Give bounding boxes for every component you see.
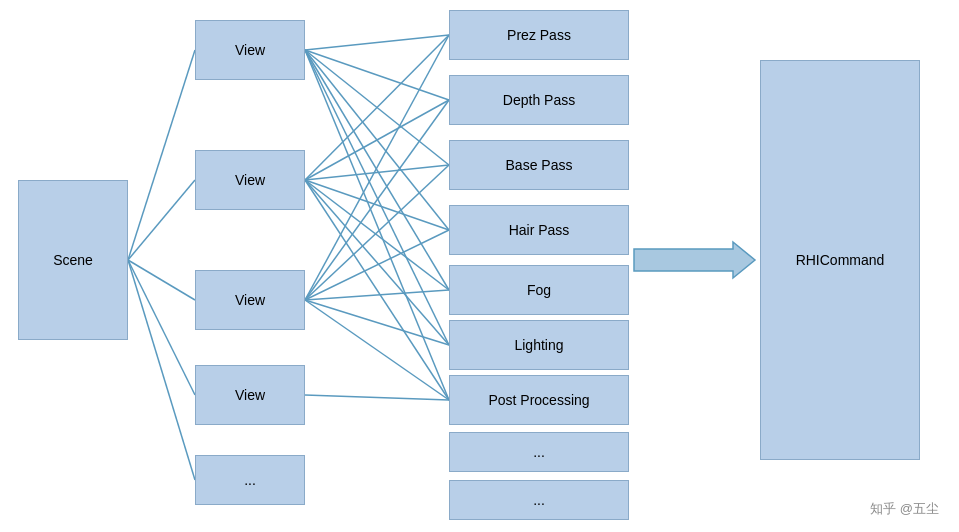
svg-line-12 — [305, 35, 449, 180]
svg-line-26 — [305, 395, 449, 400]
svg-line-11 — [305, 50, 449, 400]
svg-line-19 — [305, 35, 449, 300]
svg-line-4 — [128, 260, 195, 480]
svg-line-3 — [128, 260, 195, 395]
svg-line-10 — [305, 50, 449, 345]
svg-marker-27 — [634, 242, 755, 278]
svg-line-0 — [128, 50, 195, 260]
view-box-4: ... — [195, 455, 305, 505]
diagram: SceneViewViewViewView...Prez PassDepth P… — [0, 0, 959, 532]
svg-line-9 — [305, 50, 449, 290]
svg-line-1 — [128, 180, 195, 260]
svg-line-16 — [305, 180, 449, 290]
pass-box-4: Fog — [449, 265, 629, 315]
svg-line-2 — [128, 260, 195, 300]
svg-line-18 — [305, 180, 449, 400]
svg-line-21 — [305, 165, 449, 300]
pass-box-0: Prez Pass — [449, 10, 629, 60]
pass-box-7: ... — [449, 432, 629, 472]
svg-line-15 — [305, 180, 449, 230]
view-box-3: View — [195, 365, 305, 425]
scene-box: Scene — [18, 180, 128, 340]
svg-line-17 — [305, 180, 449, 345]
pass-box-2: Base Pass — [449, 140, 629, 190]
svg-line-25 — [305, 300, 449, 400]
svg-line-7 — [305, 50, 449, 165]
svg-line-24 — [305, 300, 449, 345]
svg-line-8 — [305, 50, 449, 230]
svg-line-5 — [305, 35, 449, 50]
view-box-0: View — [195, 20, 305, 80]
rhi-box: RHICommand — [760, 60, 920, 460]
pass-box-8: ... — [449, 480, 629, 520]
pass-box-6: Post Processing — [449, 375, 629, 425]
pass-box-5: Lighting — [449, 320, 629, 370]
pass-box-1: Depth Pass — [449, 75, 629, 125]
view-box-2: View — [195, 270, 305, 330]
pass-box-3: Hair Pass — [449, 205, 629, 255]
svg-line-20 — [305, 100, 449, 300]
watermark: 知乎 @五尘 — [870, 500, 939, 518]
view-box-1: View — [195, 150, 305, 210]
svg-line-22 — [305, 230, 449, 300]
svg-line-13 — [305, 100, 449, 180]
svg-line-6 — [305, 50, 449, 100]
svg-line-23 — [305, 290, 449, 300]
svg-line-14 — [305, 165, 449, 180]
